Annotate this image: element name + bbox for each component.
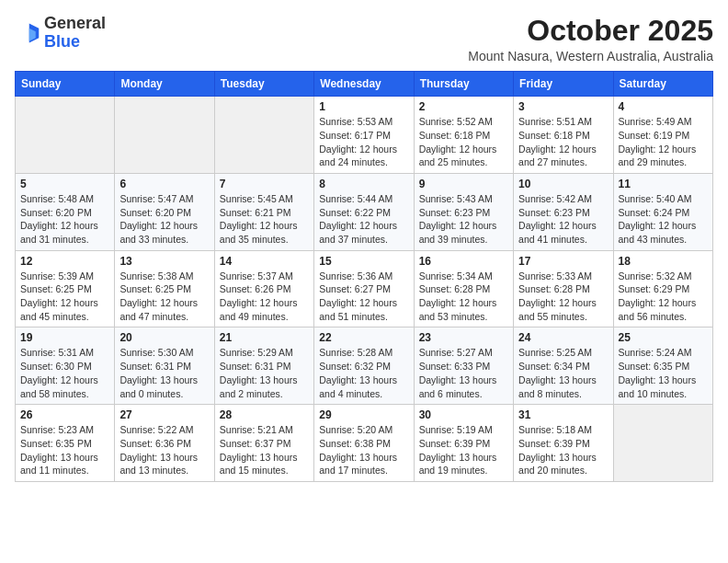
day-info: Sunrise: 5:28 AM Sunset: 6:32 PM Dayligh… (319, 346, 408, 400)
day-header-sunday: Sunday (16, 72, 115, 97)
day-number: 22 (319, 331, 408, 344)
day-number: 26 (20, 408, 109, 421)
calendar-cell: 4Sunrise: 5:49 AM Sunset: 6:19 PM Daylig… (613, 97, 712, 174)
day-header-thursday: Thursday (414, 72, 513, 97)
calendar-cell (214, 97, 313, 174)
calendar-cell: 12Sunrise: 5:39 AM Sunset: 6:25 PM Dayli… (16, 250, 115, 327)
day-number: 24 (518, 331, 608, 344)
day-info: Sunrise: 5:18 AM Sunset: 6:39 PM Dayligh… (518, 423, 608, 477)
calendar-cell: 1Sunrise: 5:53 AM Sunset: 6:17 PM Daylig… (314, 97, 414, 174)
day-header-wednesday: Wednesday (314, 72, 414, 97)
day-number: 14 (220, 255, 309, 268)
day-number: 1 (319, 100, 408, 113)
calendar-cell (115, 97, 214, 174)
day-header-friday: Friday (514, 72, 613, 97)
day-info: Sunrise: 5:32 AM Sunset: 6:29 PM Dayligh… (619, 270, 708, 324)
calendar-cell: 17Sunrise: 5:33 AM Sunset: 6:28 PM Dayli… (514, 250, 613, 327)
calendar-cell: 18Sunrise: 5:32 AM Sunset: 6:29 PM Dayli… (613, 250, 712, 327)
calendar-cell: 29Sunrise: 5:20 AM Sunset: 6:38 PM Dayli… (314, 405, 414, 482)
calendar-week-row: 26Sunrise: 5:23 AM Sunset: 6:35 PM Dayli… (16, 405, 713, 482)
calendar-week-row: 1Sunrise: 5:53 AM Sunset: 6:17 PM Daylig… (16, 97, 713, 174)
day-number: 16 (419, 255, 508, 268)
calendar-cell: 25Sunrise: 5:24 AM Sunset: 6:35 PM Dayli… (613, 327, 712, 405)
day-info: Sunrise: 5:43 AM Sunset: 6:23 PM Dayligh… (419, 192, 508, 247)
day-info: Sunrise: 5:52 AM Sunset: 6:18 PM Dayligh… (419, 115, 508, 169)
day-info: Sunrise: 5:40 AM Sunset: 6:24 PM Dayligh… (619, 192, 708, 247)
page-header: General Blue October 2025 Mount Nasura, … (15, 15, 713, 63)
day-number: 3 (518, 100, 608, 113)
calendar-week-row: 12Sunrise: 5:39 AM Sunset: 6:25 PM Dayli… (16, 250, 713, 327)
day-number: 19 (20, 331, 109, 344)
calendar-cell: 14Sunrise: 5:37 AM Sunset: 6:26 PM Dayli… (214, 250, 313, 327)
day-info: Sunrise: 5:25 AM Sunset: 6:34 PM Dayligh… (518, 346, 608, 400)
day-number: 7 (220, 178, 309, 190)
calendar-cell: 30Sunrise: 5:19 AM Sunset: 6:39 PM Dayli… (414, 405, 513, 482)
day-info: Sunrise: 5:29 AM Sunset: 6:31 PM Dayligh… (220, 346, 309, 400)
calendar-cell: 28Sunrise: 5:21 AM Sunset: 6:37 PM Dayli… (214, 405, 313, 482)
calendar-cell: 22Sunrise: 5:28 AM Sunset: 6:32 PM Dayli… (314, 327, 414, 405)
day-info: Sunrise: 5:39 AM Sunset: 6:25 PM Dayligh… (20, 270, 109, 324)
day-info: Sunrise: 5:38 AM Sunset: 6:25 PM Dayligh… (119, 270, 209, 324)
calendar-cell: 6Sunrise: 5:47 AM Sunset: 6:20 PM Daylig… (115, 173, 214, 250)
calendar-week-row: 19Sunrise: 5:31 AM Sunset: 6:30 PM Dayli… (16, 327, 713, 405)
calendar-cell: 10Sunrise: 5:42 AM Sunset: 6:23 PM Dayli… (514, 173, 613, 250)
month-title: October 2025 (468, 15, 713, 47)
day-number: 21 (220, 331, 309, 344)
calendar-cell: 11Sunrise: 5:40 AM Sunset: 6:24 PM Dayli… (613, 173, 712, 250)
day-number: 28 (220, 408, 309, 421)
day-info: Sunrise: 5:33 AM Sunset: 6:28 PM Dayligh… (518, 270, 608, 324)
day-info: Sunrise: 5:36 AM Sunset: 6:27 PM Dayligh… (319, 270, 408, 324)
day-number: 2 (419, 100, 508, 113)
calendar-cell (16, 97, 115, 174)
calendar-cell: 21Sunrise: 5:29 AM Sunset: 6:31 PM Dayli… (214, 327, 313, 405)
calendar-cell: 24Sunrise: 5:25 AM Sunset: 6:34 PM Dayli… (514, 327, 613, 405)
calendar-header-row: SundayMondayTuesdayWednesdayThursdayFrid… (16, 72, 713, 97)
calendar-cell: 26Sunrise: 5:23 AM Sunset: 6:35 PM Dayli… (16, 405, 115, 482)
day-number: 9 (419, 178, 508, 190)
title-block: October 2025 Mount Nasura, Western Austr… (468, 15, 713, 63)
day-info: Sunrise: 5:19 AM Sunset: 6:39 PM Dayligh… (419, 423, 508, 477)
day-number: 13 (119, 255, 209, 268)
day-info: Sunrise: 5:37 AM Sunset: 6:26 PM Dayligh… (220, 270, 309, 324)
day-number: 29 (319, 408, 408, 421)
day-header-monday: Monday (115, 72, 214, 97)
logo-general-text: General (44, 14, 106, 32)
location-subtitle: Mount Nasura, Western Australia, Austral… (468, 49, 713, 63)
day-info: Sunrise: 5:31 AM Sunset: 6:30 PM Dayligh… (20, 346, 109, 400)
calendar-cell: 7Sunrise: 5:45 AM Sunset: 6:21 PM Daylig… (214, 173, 313, 250)
day-info: Sunrise: 5:22 AM Sunset: 6:36 PM Dayligh… (119, 423, 209, 477)
day-number: 11 (619, 178, 708, 190)
calendar-cell: 23Sunrise: 5:27 AM Sunset: 6:33 PM Dayli… (414, 327, 513, 405)
calendar-cell (613, 405, 712, 482)
calendar-cell: 15Sunrise: 5:36 AM Sunset: 6:27 PM Dayli… (314, 250, 414, 327)
day-info: Sunrise: 5:49 AM Sunset: 6:19 PM Dayligh… (619, 115, 708, 169)
day-number: 12 (20, 255, 109, 268)
day-number: 17 (518, 255, 608, 268)
calendar-cell: 5Sunrise: 5:48 AM Sunset: 6:20 PM Daylig… (16, 173, 115, 250)
calendar-table: SundayMondayTuesdayWednesdayThursdayFrid… (15, 71, 713, 482)
calendar-cell: 3Sunrise: 5:51 AM Sunset: 6:18 PM Daylig… (514, 97, 613, 174)
day-info: Sunrise: 5:21 AM Sunset: 6:37 PM Dayligh… (220, 423, 309, 477)
day-number: 15 (319, 255, 408, 268)
day-number: 18 (619, 255, 708, 268)
day-info: Sunrise: 5:30 AM Sunset: 6:31 PM Dayligh… (119, 346, 209, 400)
day-header-tuesday: Tuesday (214, 72, 313, 97)
day-info: Sunrise: 5:44 AM Sunset: 6:22 PM Dayligh… (319, 192, 408, 247)
day-number: 20 (119, 331, 209, 344)
calendar-cell: 9Sunrise: 5:43 AM Sunset: 6:23 PM Daylig… (414, 173, 513, 250)
day-number: 30 (419, 408, 508, 421)
logo: General Blue (15, 15, 106, 52)
day-number: 23 (419, 331, 508, 344)
day-info: Sunrise: 5:42 AM Sunset: 6:23 PM Dayligh… (518, 192, 608, 247)
day-number: 4 (619, 100, 708, 113)
day-info: Sunrise: 5:27 AM Sunset: 6:33 PM Dayligh… (419, 346, 508, 400)
calendar-week-row: 5Sunrise: 5:48 AM Sunset: 6:20 PM Daylig… (16, 173, 713, 250)
calendar-cell: 19Sunrise: 5:31 AM Sunset: 6:30 PM Dayli… (16, 327, 115, 405)
day-info: Sunrise: 5:51 AM Sunset: 6:18 PM Dayligh… (518, 115, 608, 169)
day-number: 5 (20, 178, 109, 190)
calendar-cell: 31Sunrise: 5:18 AM Sunset: 6:39 PM Dayli… (514, 405, 613, 482)
logo-icon (15, 20, 40, 46)
day-header-saturday: Saturday (613, 72, 712, 97)
day-number: 25 (619, 331, 708, 344)
day-number: 6 (119, 178, 209, 190)
